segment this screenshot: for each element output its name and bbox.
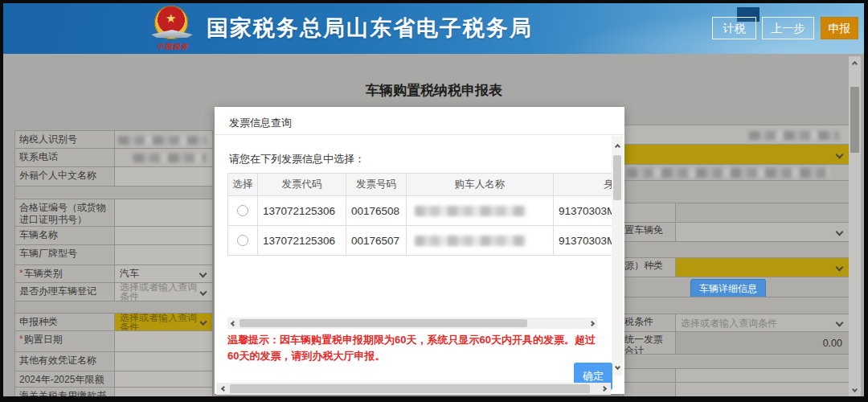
brand-model-input[interactable] <box>115 245 212 265</box>
invoice-row-2: 137072125306 00176507 91370303M <box>228 226 612 256</box>
form-row-invoice-total: 统一发票 合计 0.00 <box>623 332 850 355</box>
invoice-table-header-row: 选择 发票代码 发票号码 购车人名称 身份 <box>228 174 612 196</box>
form-row-right-plain <box>623 203 850 223</box>
invoice-label-line2: 合计 <box>624 346 674 354</box>
form-row-right-empty <box>623 355 850 369</box>
redacted-buyer-name <box>415 206 526 216</box>
invoice-query-dialog: 发票信息查询 请您在下列发票信息中选择： 选择 发票代码 发票号码 购车人名称 … <box>215 107 624 394</box>
energy-type-select[interactable] <box>676 258 849 277</box>
exempt-select[interactable] <box>676 223 849 241</box>
purchase-date-input[interactable] <box>115 331 212 351</box>
scroll-right-icon[interactable] <box>598 383 609 395</box>
scroll-left-icon[interactable] <box>218 383 229 395</box>
customs-payment-input[interactable] <box>115 388 212 396</box>
vehicle-detail-button[interactable]: 车辆详细信息 <box>690 279 766 297</box>
scroll-left-icon[interactable] <box>227 318 239 329</box>
taxpayer-id-value[interactable] <box>115 131 212 148</box>
selected-value: 汽车 <box>120 267 139 281</box>
invoice-radio-2[interactable] <box>237 235 248 246</box>
scroll-up-icon[interactable] <box>849 58 861 69</box>
scrollbar-thumb[interactable] <box>850 87 859 153</box>
field-label: 联系电话 <box>15 149 115 166</box>
page-vertical-scrollbar[interactable] <box>849 56 861 396</box>
vehicle-name-input[interactable] <box>115 227 212 244</box>
scroll-down-icon[interactable] <box>849 384 861 395</box>
form-row-customs-payment: 海关关税专用缴款书（或进 <box>14 388 213 397</box>
field-label: 申报种类 <box>15 314 115 330</box>
form-section-separator <box>14 302 213 314</box>
vehicle-category-select[interactable]: 汽车 <box>115 265 212 282</box>
required-marker: * <box>19 334 23 345</box>
previous-step-button[interactable]: 上一步 <box>762 17 814 39</box>
form-row-right-redacted-top <box>623 125 850 145</box>
scrollbar-thumb[interactable] <box>613 155 621 200</box>
form-row-right-yellow-select <box>623 145 850 165</box>
form-row-brand-model: 车辆厂牌型号 <box>14 245 213 265</box>
col-identity: 身份 <box>554 174 612 196</box>
form-section-separator <box>623 242 850 258</box>
empty-field[interactable] <box>676 203 849 222</box>
form-row-taxpayer-id: 纳税人识别号 <box>14 130 213 149</box>
invoice-table: 选择 发票代码 发票号码 购车人名称 身份 137072125306 00176… <box>227 173 612 256</box>
highlighted-select[interactable] <box>624 145 849 164</box>
scrollbar-thumb[interactable] <box>230 384 590 393</box>
form-row-energy-type: 源）种类 <box>623 258 850 277</box>
dialog-vertical-scrollbar[interactable] <box>612 136 623 375</box>
redacted-field[interactable] <box>624 125 849 144</box>
page-title: 车辆购置税纳税申报表 <box>0 81 868 100</box>
field-label-text: 购置日期 <box>24 334 63 345</box>
identity-cell: 91370303M <box>554 196 612 226</box>
dialog-prompt: 请您在下列发票信息中选择： <box>229 152 365 166</box>
invoice-label-line1: 统一发票 <box>624 334 674 346</box>
declare-button[interactable]: 申报 <box>821 17 858 39</box>
invoice-code-cell: 137072125306 <box>258 226 346 256</box>
select-placeholder: 选择或者输入查询条件 <box>120 283 201 301</box>
redacted-field <box>624 165 849 180</box>
form-row-right-empty <box>623 383 850 397</box>
field-label-text: 车辆类别 <box>24 268 63 279</box>
calculate-tax-button[interactable]: 计税 <box>712 17 756 39</box>
chevron-down-icon <box>199 270 207 278</box>
form-row-right-redacted-strip <box>623 165 850 181</box>
scrollbar-thumb[interactable] <box>240 319 527 327</box>
invoice-total-field: 0.00 <box>676 332 849 354</box>
invoice-number-cell: 00176508 <box>346 196 407 226</box>
field-label: 是否办理车辆登记 <box>15 283 115 301</box>
table-horizontal-scrollbar[interactable] <box>227 318 597 329</box>
identity-cell: 91370303M <box>554 226 612 256</box>
empty-field <box>624 355 849 368</box>
field-label: 2024年-2025年限额 <box>15 371 115 387</box>
chevron-down-icon <box>836 228 844 236</box>
certificate-no-input[interactable] <box>115 199 212 226</box>
scroll-up-icon[interactable] <box>612 141 623 152</box>
field-label: 纳税人识别号 <box>15 131 115 148</box>
col-buyer-name: 购车人名称 <box>407 174 554 196</box>
button-row: 车辆详细信息 <box>624 277 849 297</box>
scroll-down-icon[interactable] <box>612 361 623 372</box>
logo-caption: 中国税务 <box>148 42 198 52</box>
tax-condition-select[interactable]: 选择或者输入查询条件 <box>676 314 849 331</box>
form-row-certificate-no: 合格证编号（或货物进口证明书号） <box>14 199 213 227</box>
form-section-separator <box>14 187 213 199</box>
foreign-name-input[interactable] <box>115 167 212 186</box>
form-row-tax-condition: 税条件 选择或者输入查询条件 <box>623 314 850 332</box>
quota-input[interactable] <box>115 371 212 387</box>
dialog-horizontal-scrollbar[interactable] <box>216 383 611 395</box>
empty-field <box>676 369 849 382</box>
registration-select[interactable]: 选择或者输入查询条件 <box>115 283 212 301</box>
field-label: 车辆名称 <box>15 227 115 244</box>
field-label: 外籍个人中文名称 <box>15 167 115 186</box>
form-row-other-certificate: 其他有效凭证名称 <box>14 352 213 371</box>
form-row-registration: 是否办理车辆登记 选择或者输入查询条件 <box>14 283 213 302</box>
other-certificate-input[interactable] <box>115 352 212 371</box>
scroll-right-icon[interactable] <box>586 318 597 329</box>
declare-type-select[interactable]: 选择或者输入查询条件 <box>115 314 212 330</box>
invoice-radio-1[interactable] <box>237 205 248 216</box>
col-invoice-number: 发票号码 <box>346 174 407 196</box>
invoice-row-1: 137072125306 00176508 91370303M <box>228 196 612 226</box>
phone-value[interactable] <box>115 149 212 166</box>
form-row-detail-button: 车辆详细信息 <box>623 277 850 297</box>
buyer-name-cell <box>407 226 554 256</box>
radio-cell <box>228 196 258 226</box>
field-label: *购置日期 <box>15 331 115 351</box>
